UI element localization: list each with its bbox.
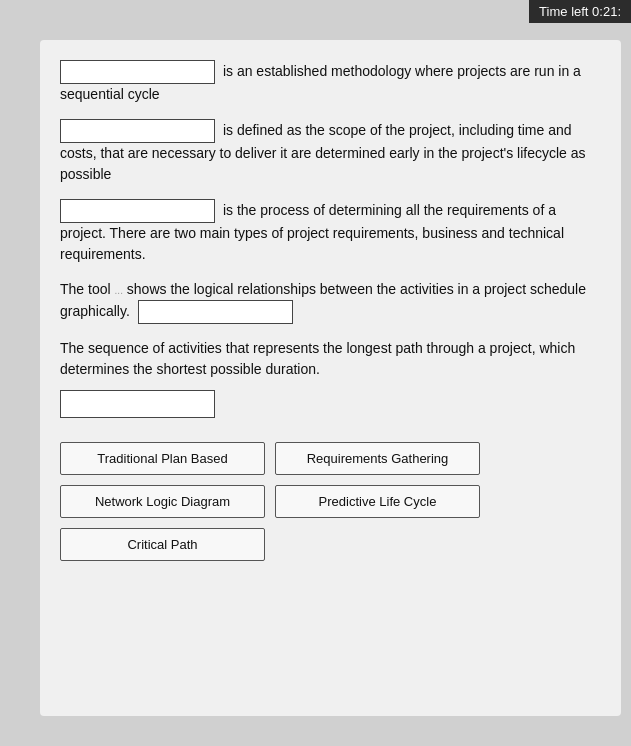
timer-display: Time left 0:21: xyxy=(529,0,631,23)
option-traditional-plan-based[interactable]: Traditional Plan Based xyxy=(60,442,265,475)
option-critical-path[interactable]: Critical Path xyxy=(60,528,265,561)
blank-2[interactable] xyxy=(60,119,215,143)
options-area: Traditional Plan Based Requirements Gath… xyxy=(60,442,480,561)
question-2: is defined as the scope of the project, … xyxy=(60,119,601,185)
question-4: The tool... shows the logical relationsh… xyxy=(60,279,601,324)
main-card: is an established methodology where proj… xyxy=(40,40,621,716)
blank-3[interactable] xyxy=(60,199,215,223)
blank-4[interactable] xyxy=(138,300,293,324)
q5-text: The sequence of activities that represen… xyxy=(60,340,575,377)
blank-1[interactable] xyxy=(60,60,215,84)
dots-decoration: ... xyxy=(115,283,123,298)
blank-5[interactable] xyxy=(60,390,215,418)
question-5: The sequence of activities that represen… xyxy=(60,338,601,418)
question-3: is the process of determining all the re… xyxy=(60,199,601,265)
option-requirements-gathering[interactable]: Requirements Gathering xyxy=(275,442,480,475)
question-1: is an established methodology where proj… xyxy=(60,60,601,105)
option-predictive-life-cycle[interactable]: Predictive Life Cycle xyxy=(275,485,480,518)
option-network-logic-diagram[interactable]: Network Logic Diagram xyxy=(60,485,265,518)
